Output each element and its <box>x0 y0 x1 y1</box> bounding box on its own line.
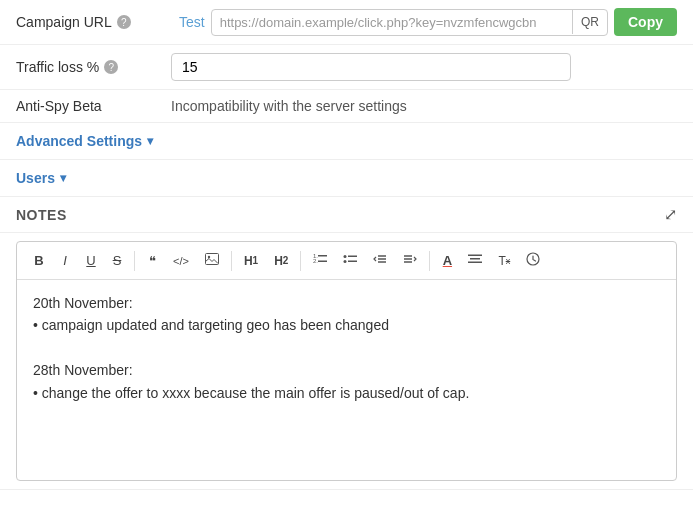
note-item-2: • change the offer to xxxx because the m… <box>33 382 660 404</box>
users-text: Users <box>16 170 55 186</box>
campaign-url-input[interactable] <box>212 10 572 35</box>
blockquote-button[interactable]: ❝ <box>140 249 164 272</box>
traffic-loss-text: Traffic loss % <box>16 59 99 75</box>
users-row[interactable]: Users ▾ <box>0 160 693 197</box>
ordered-list-button[interactable]: 1. 2. <box>306 249 334 272</box>
align-icon <box>468 253 482 268</box>
image-button[interactable] <box>198 249 226 272</box>
indent-left-button[interactable] <box>366 249 394 272</box>
toolbar-separator-2 <box>231 251 232 271</box>
anti-spy-label: Anti-Spy Beta <box>16 98 171 114</box>
toolbar-separator-4 <box>429 251 430 271</box>
users-chevron: ▾ <box>60 171 66 185</box>
h2-button[interactable]: H2 <box>267 250 295 272</box>
note-date-2: 28th November: <box>33 359 660 381</box>
svg-point-6 <box>344 255 347 258</box>
indent-left-icon <box>373 253 387 268</box>
h1-button[interactable]: H1 <box>237 250 265 272</box>
align-button[interactable] <box>461 249 489 272</box>
svg-point-8 <box>344 260 347 263</box>
unordered-list-button[interactable] <box>336 249 364 272</box>
test-link[interactable]: Test <box>179 14 205 30</box>
note-item-1: • campaign updated and targeting geo has… <box>33 314 660 336</box>
traffic-loss-row: Traffic loss % ? <box>0 45 693 90</box>
url-input-wrap: QR <box>211 9 608 36</box>
notes-section: NOTES ⤢ B I U S ❝ </> <box>0 197 693 490</box>
advanced-settings-text: Advanced Settings <box>16 133 142 149</box>
advanced-settings-label: Advanced Settings ▾ <box>16 133 153 149</box>
traffic-loss-label: Traffic loss % ? <box>16 59 171 75</box>
strikethrough-button[interactable]: S <box>105 249 129 272</box>
code-button[interactable]: </> <box>166 251 196 271</box>
svg-rect-12 <box>468 262 482 264</box>
svg-rect-11 <box>470 258 480 260</box>
indent-right-icon <box>403 253 417 268</box>
svg-text:2.: 2. <box>313 258 318 264</box>
campaign-url-help-icon[interactable]: ? <box>117 15 131 29</box>
ol-icon: 1. 2. <box>313 253 327 268</box>
note-date-1: 20th November: <box>33 292 660 314</box>
bold-button[interactable]: B <box>27 249 51 272</box>
anti-spy-value: Incompatibility with the server settings <box>171 98 407 114</box>
users-label: Users ▾ <box>16 170 66 186</box>
editor-toolbar: B I U S ❝ </> H1 H2 <box>17 242 676 280</box>
svg-rect-0 <box>205 254 218 265</box>
campaign-url-text: Campaign URL <box>16 14 112 30</box>
traffic-loss-help-icon[interactable]: ? <box>104 60 118 74</box>
underline-button[interactable]: U <box>79 249 103 272</box>
notes-title: NOTES <box>16 207 67 223</box>
code-icon: </> <box>173 255 189 267</box>
traffic-loss-input[interactable] <box>171 53 571 81</box>
svg-point-1 <box>208 256 210 258</box>
toolbar-separator-3 <box>300 251 301 271</box>
editor-wrap: B I U S ❝ </> H1 H2 <box>16 241 677 481</box>
campaign-url-row: Campaign URL ? Test QR Copy <box>0 0 693 45</box>
svg-rect-7 <box>348 256 357 258</box>
expand-icon[interactable]: ⤢ <box>664 205 677 224</box>
advanced-settings-row[interactable]: Advanced Settings ▾ <box>0 123 693 160</box>
notes-editor[interactable]: 20th November: • campaign updated and ta… <box>17 280 676 480</box>
image-icon <box>205 253 219 268</box>
clear-format-button[interactable]: Tx <box>491 250 517 272</box>
qr-button[interactable]: QR <box>572 10 607 34</box>
svg-rect-3 <box>318 255 327 257</box>
toolbar-separator-1 <box>134 251 135 271</box>
clock-button[interactable] <box>519 248 547 273</box>
anti-spy-row: Anti-Spy Beta Incompatibility with the s… <box>0 90 693 123</box>
ul-icon <box>343 253 357 268</box>
font-color-button[interactable]: A <box>435 249 459 272</box>
copy-button[interactable]: Copy <box>614 8 677 36</box>
url-controls: Test QR Copy <box>179 8 677 36</box>
advanced-settings-chevron: ▾ <box>147 134 153 148</box>
svg-rect-9 <box>348 261 357 263</box>
svg-rect-5 <box>318 261 327 263</box>
svg-rect-10 <box>468 255 482 257</box>
italic-button[interactable]: I <box>53 249 77 272</box>
notes-header: NOTES ⤢ <box>0 197 693 233</box>
indent-right-button[interactable] <box>396 249 424 272</box>
campaign-url-label: Campaign URL ? <box>16 14 171 30</box>
clock-icon <box>526 252 540 269</box>
